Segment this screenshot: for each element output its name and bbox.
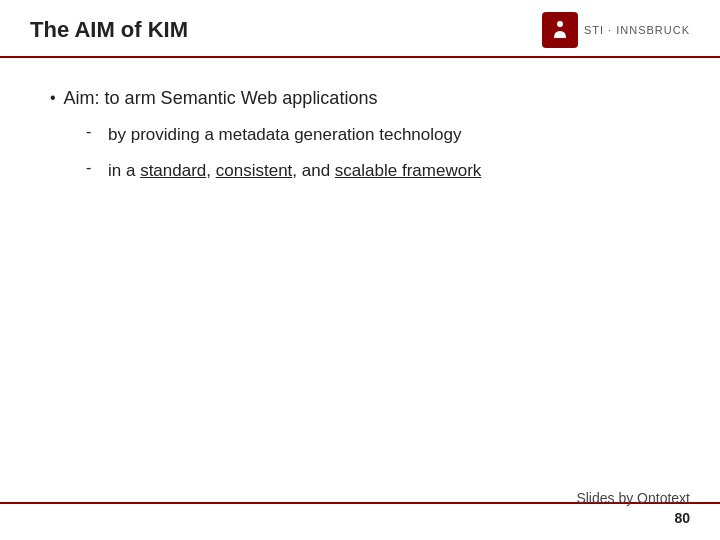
sub-bullet-1: - by providing a metadata generation tec… — [86, 123, 670, 147]
footer-page-number: 80 — [674, 510, 690, 526]
sti-logo-icon — [542, 12, 578, 48]
underline-standard: standard — [140, 161, 206, 180]
sub-text-1: by providing a metadata generation techn… — [108, 123, 461, 147]
sub-bullet-2: - in a standard, consistent, and scalabl… — [86, 159, 670, 183]
logo-area: STI · INNSBRUCK — [542, 12, 690, 48]
sub-text-2: in a standard, consistent, and scalable … — [108, 159, 481, 183]
slide-header: The AIM of KIM STI · INNSBRUCK — [0, 0, 720, 56]
bullet-symbol: • — [50, 89, 56, 107]
logo-text: STI · INNSBRUCK — [584, 24, 690, 36]
svg-point-0 — [557, 21, 563, 27]
main-bullet-text: Aim: to arm Semantic Web applications — [64, 88, 378, 109]
dash-1: - — [86, 123, 98, 141]
slide-footer: Slides by Ontotext 80 — [576, 490, 690, 526]
slide-container: The AIM of KIM STI · INNSBRUCK • Aim: to… — [0, 0, 720, 540]
dash-2: - — [86, 159, 98, 177]
slide-title: The AIM of KIM — [30, 17, 188, 43]
footer-credit: Slides by Ontotext — [576, 490, 690, 506]
slide-content: • Aim: to arm Semantic Web applications … — [0, 58, 720, 215]
underline-scalable: scalable framework — [335, 161, 481, 180]
main-bullet: • Aim: to arm Semantic Web applications — [50, 88, 670, 109]
underline-consistent: consistent — [216, 161, 293, 180]
sub-bullets-list: - by providing a metadata generation tec… — [86, 123, 670, 183]
